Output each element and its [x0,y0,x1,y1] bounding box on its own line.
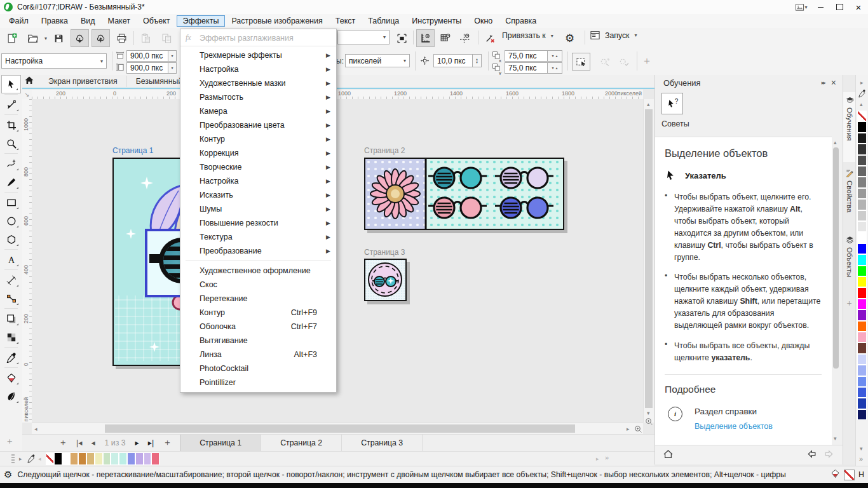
palette-color-333333[interactable] [857,144,867,154]
menubar-item-1[interactable]: Файл [3,15,35,27]
text-tool[interactable]: A [1,250,21,269]
status-gear-icon[interactable]: ⚙ [4,469,12,480]
palette-color-0000ff[interactable] [857,243,867,254]
palette-color-ff6600[interactable] [857,321,867,332]
docpal-color-none[interactable] [46,452,54,465]
palette-color-f9a8c0[interactable] [857,332,867,342]
effects-menu-plain-item-3[interactable]: Перетекание [180,292,336,306]
palette-color-1d3bb0[interactable] [857,398,867,409]
palette-color-000000[interactable] [857,121,867,132]
treat-as-filled-icon[interactable] [572,53,590,71]
palette-color-808080[interactable] [857,177,867,187]
zoom-level-combo[interactable]: ▾ [337,30,390,44]
interactive-fill-tool[interactable] [1,369,21,387]
vertical-ruler[interactable]: 10008006004002000пикселей [22,99,32,423]
smart-fill-tool[interactable] [1,387,21,405]
palette-eyedropper-icon[interactable] [858,89,866,100]
palette-color-6b3a30[interactable] [857,342,867,353]
effects-menu-item-13[interactable]: Повышение резкости▶ [180,216,336,230]
effects-menu-item-8[interactable]: Коррекция▶ [180,146,336,160]
back-icon[interactable] [806,449,817,462]
palette-color-0d1660[interactable] [857,409,867,420]
menubar-item-7[interactable]: Растровые изображения [225,15,329,27]
add-docker-icon[interactable]: ＋ [845,297,853,309]
rulers-toggle-icon[interactable] [416,29,435,47]
cloud-download-icon[interactable] [71,29,89,47]
horizontal-ruler[interactable]: 2000200100012001400160018002000пикселей [32,90,643,100]
rectangle-tool[interactable] [1,193,21,212]
dimension-tool[interactable] [1,271,21,289]
fullscreen-preview-icon[interactable] [393,29,411,47]
page-tab-1[interactable]: Страница 1 [180,435,261,452]
new-document-icon[interactable] [3,29,21,47]
docpal-color-ea6a80[interactable] [151,452,159,465]
first-page-icon[interactable]: |◂ [72,438,86,447]
tips-label[interactable]: Советы [661,119,689,128]
docpal-color-c9873a[interactable] [78,452,86,465]
last-page-icon[interactable]: ▸| [144,438,158,447]
menubar-item-4[interactable]: Макет [102,15,137,27]
whats-new-icon[interactable]: ▾ [792,1,811,13]
outline-color-swatch[interactable] [844,470,855,480]
effects-menu-item-5[interactable]: Камера▶ [180,104,336,118]
add-page-icon[interactable]: ＋ [54,437,72,449]
print-icon[interactable] [112,29,131,47]
effects-menu-item-10[interactable]: Настройка▶ [180,174,336,188]
height-caret[interactable]: ▾ [168,62,177,74]
palette-color-ffff00[interactable] [857,276,867,287]
menubar-item-9[interactable]: Таблица [362,15,405,27]
page-tab-2[interactable]: Страница 2 [261,435,342,452]
palette-color-8a10c8[interactable] [857,309,867,320]
docker-tab-Обучения[interactable]: Обучения [843,92,856,162]
palette-expand-icon[interactable]: » [859,455,863,463]
effects-menu-plain-item-7[interactable]: ЛинзаAlt+F3 [180,348,336,362]
duplicate-y-field[interactable]: 75,0 пкс [505,62,548,74]
effects-menu-item-3[interactable]: Художественные мазки▶ [180,76,336,90]
crop-tool[interactable] [1,116,21,134]
transparency-tool[interactable] [1,328,21,346]
nudge-field[interactable]: 10,0 пкс [433,54,473,67]
effects-menu-item-7[interactable]: Контур▶ [180,132,336,146]
close-docker-icon[interactable]: × [831,78,836,88]
effects-menu-item-11[interactable]: Исказить▶ [180,188,336,202]
launch-button[interactable]: Запуск▾ [590,30,637,41]
paste-icon[interactable] [137,29,155,47]
menubar-item-11[interactable]: Окно [468,15,499,27]
palette-color-00ffff[interactable] [857,254,867,265]
doc-tab-welcome[interactable]: Экран приветствия [39,76,127,87]
preset-combo[interactable]: Настройка▾ [1,53,107,69]
fill-color-icon[interactable] [831,469,840,481]
docpal-color-bfa8e8[interactable] [135,452,144,465]
copy-icon[interactable] [158,29,176,47]
docpal-color-cdb9ec[interactable] [144,452,152,465]
docpal-color-d9a868[interactable] [70,452,78,465]
effects-menu-plain-item-2[interactable]: Скос [180,278,336,292]
docpal-scroll-left-icon[interactable]: ◂ [38,456,41,462]
open-icon[interactable] [24,29,42,47]
palette-color-9fb0f5[interactable] [857,365,867,376]
nudge-spinner[interactable]: ▴▾ [472,54,482,67]
effects-menu-item-2[interactable]: Настройка▶ [180,62,336,76]
effects-menu-item-12[interactable]: Шумы▶ [180,202,336,216]
palette-flyout-icon[interactable]: ▸ [860,80,864,86]
maximize-icon[interactable] [830,1,849,13]
height-field[interactable]: 900,0 пкс [126,62,168,74]
docpal-color-000000[interactable] [54,452,62,465]
open-flyout-caret[interactable]: ▾ [44,36,47,41]
menubar-item-12[interactable]: Справка [499,15,543,27]
collapse-docker-icon[interactable]: ▸▸ [822,79,825,86]
palette-color-3b5bdc[interactable] [857,387,867,398]
add-control-icon[interactable]: ＋ [642,55,652,68]
cloud-upload-icon[interactable] [92,29,110,47]
palette-color-cccccc[interactable] [857,210,867,221]
palette-color-b3b3b3[interactable] [857,199,867,210]
copy-properties-icon[interactable] [596,53,614,71]
effects-menu-plain-item-1[interactable]: Художественное оформление [180,264,336,278]
menubar-item-10[interactable]: Инструменты [405,15,468,27]
effects-menu-item-6[interactable]: Преобразование цвета▶ [180,118,336,132]
palette-color-ffffff[interactable] [857,232,867,243]
palette-scroll-down-icon[interactable]: ▾ [860,446,863,452]
effects-menu-item-1[interactable]: Трехмерные эффекты▶ [180,48,336,62]
docpal-color-c9efe6[interactable] [111,452,119,465]
effects-menu-plain-item-5[interactable]: ОболочкаCtrl+F7 [180,320,336,334]
